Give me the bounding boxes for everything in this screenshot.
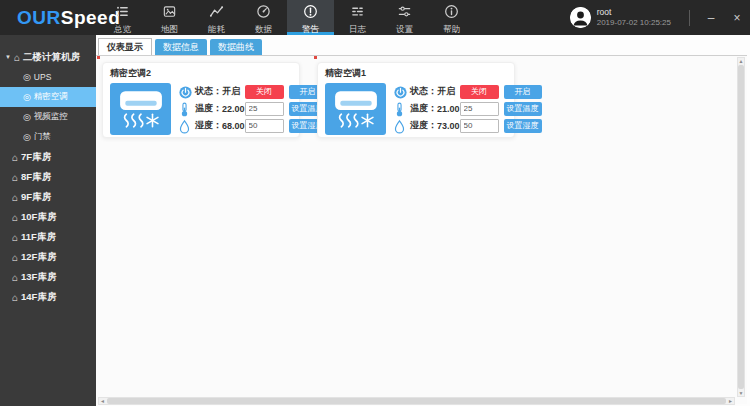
- droplet-icon: [179, 119, 191, 133]
- nav-item-alerts[interactable]: 警告: [287, 0, 334, 35]
- nav-label: 日志: [349, 25, 366, 34]
- map-image-icon: [162, 4, 177, 23]
- sidebar-item-label: 8F库房: [21, 171, 51, 184]
- temperature-input[interactable]: [460, 102, 499, 116]
- sidebar-item-12f[interactable]: ⌂ 12F库房: [0, 247, 96, 267]
- card-title: 精密空调2: [110, 67, 292, 80]
- set-temperature-button[interactable]: 设置温度: [504, 102, 542, 116]
- home-icon: ⌂: [12, 192, 18, 203]
- card-main: 状态： 开启 关闭 开启: [110, 83, 292, 135]
- nav-item-logs[interactable]: 日志: [334, 0, 381, 35]
- thermometer-icon: [179, 102, 191, 116]
- humidity-controls: 设置湿度: [245, 119, 327, 133]
- card-rows: 状态： 开启 关闭 开启: [386, 83, 542, 135]
- sidebar-item-14f[interactable]: ⌂ 14F库房: [0, 287, 96, 307]
- horizontal-scrollbar[interactable]: ◄ ►: [98, 397, 735, 405]
- tab-data-curve[interactable]: 数据曲线: [210, 39, 262, 55]
- horizontal-scrollbar-thumb[interactable]: [107, 398, 726, 404]
- app-logo: OURSpeed: [0, 0, 99, 35]
- gauge-icon: [256, 4, 271, 23]
- sidebar-item-label: 视频监控: [34, 111, 68, 123]
- nav-item-map[interactable]: 地图: [146, 0, 193, 35]
- main-nav: 总览 地图 能耗 数据: [99, 0, 475, 35]
- layout-marker-dot: [97, 56, 100, 59]
- turn-off-button[interactable]: 关闭: [460, 85, 499, 99]
- user-box[interactable]: root 2019-07-02 10:25:25: [570, 0, 681, 35]
- status-controls: 关闭 开启: [245, 85, 327, 99]
- humidity-controls: 设置湿度: [460, 119, 542, 133]
- nav-item-energy[interactable]: 能耗: [193, 0, 240, 35]
- sidebar-item-9f[interactable]: ⌂ 9F库房: [0, 187, 96, 207]
- nav-label: 帮助: [443, 25, 460, 34]
- sidebar-item-label: 精密空调: [34, 91, 68, 103]
- sidebar-item-7f[interactable]: ⌂ 7F库房: [0, 147, 96, 167]
- nav-label: 地图: [161, 25, 178, 34]
- vertical-scrollbar[interactable]: ▲ ▼: [737, 57, 745, 397]
- scroll-up-arrow-icon[interactable]: ▲: [738, 58, 744, 64]
- sidebar-item-access-control[interactable]: ◎ 门禁: [0, 127, 96, 147]
- nav-item-settings[interactable]: 设置: [381, 0, 428, 35]
- air-conditioner-icon: [325, 83, 386, 135]
- sidebar-item-13f[interactable]: ⌂ 13F库房: [0, 267, 96, 287]
- status-value: 开启: [437, 85, 455, 98]
- temperature-label: 温度：: [410, 102, 437, 115]
- vertical-scrollbar-thumb[interactable]: [738, 65, 744, 389]
- app-window: OURSpeed 总览 地图 能耗: [0, 0, 750, 406]
- home-icon: ⌂: [12, 272, 18, 283]
- nav-item-data[interactable]: 数据: [240, 0, 287, 35]
- home-icon: ⌂: [12, 252, 18, 263]
- air-conditioner-icon: [110, 83, 171, 135]
- humidity-input[interactable]: [460, 119, 499, 133]
- bullseye-icon: ◎: [23, 72, 31, 82]
- card-title: 精密空调1: [325, 67, 507, 80]
- tab-bar: 仪表显示 数据信息 数据曲线: [96, 35, 750, 55]
- sidebar-item-8f[interactable]: ⌂ 8F库房: [0, 167, 96, 187]
- nav-item-help[interactable]: 帮助: [428, 0, 475, 35]
- sidebar-item-computer-room[interactable]: ▼ ⌂ 二楼计算机房: [0, 47, 96, 67]
- tab-gauge-display[interactable]: 仪表显示: [98, 38, 152, 55]
- humidity-input[interactable]: [245, 119, 284, 133]
- sidebar-item-precision-ac[interactable]: ◎ 精密空调: [0, 87, 96, 107]
- line-chart-icon: [209, 4, 224, 23]
- tab-data-info[interactable]: 数据信息: [155, 39, 207, 55]
- turn-on-button[interactable]: 开启: [504, 85, 542, 99]
- scroll-right-arrow-icon[interactable]: ►: [727, 398, 734, 404]
- timestamp: 2019-07-02 10:25:25: [597, 18, 671, 28]
- sidebar-item-label: 7F库房: [21, 151, 51, 164]
- temperature-row: 温度： 22.00 设置温度: [179, 101, 327, 116]
- sidebar-item-10f[interactable]: ⌂ 10F库房: [0, 207, 96, 227]
- log-list-icon: [350, 4, 365, 23]
- user-avatar-icon: [570, 7, 591, 28]
- sidebar-item-label: UPS: [34, 72, 51, 82]
- card-main: 状态： 开启 关闭 开启: [325, 83, 507, 135]
- close-button[interactable]: ×: [724, 0, 750, 35]
- set-humidity-button[interactable]: 设置湿度: [504, 119, 542, 133]
- power-icon: [394, 85, 406, 99]
- sliders-icon: [397, 4, 412, 23]
- nav-label: 数据: [255, 25, 272, 34]
- sidebar-item-ups[interactable]: ◎ UPS: [0, 67, 96, 87]
- sidebar: ▼ ⌂ 二楼计算机房 ◎ UPS ◎ 精密空调 ◎ 视频监控 ◎ 门禁 ⌂: [0, 35, 96, 406]
- temperature-input[interactable]: [245, 102, 284, 116]
- humidity-row: 湿度： 68.00 设置湿度: [179, 118, 327, 133]
- turn-off-button[interactable]: 关闭: [245, 85, 284, 99]
- sidebar-item-label: 13F库房: [21, 271, 56, 284]
- sidebar-item-video-monitor[interactable]: ◎ 视频监控: [0, 107, 96, 127]
- user-info: root 2019-07-02 10:25:25: [597, 7, 671, 28]
- temperature-value: 22.00: [222, 104, 245, 114]
- status-value: 开启: [222, 85, 240, 98]
- bullseye-icon: ◎: [23, 132, 31, 142]
- home-icon: ⌂: [12, 292, 18, 303]
- sidebar-item-11f[interactable]: ⌂ 11F库房: [0, 227, 96, 247]
- scroll-left-arrow-icon[interactable]: ◄: [99, 398, 106, 404]
- sidebar-item-label: 12F库房: [21, 251, 56, 264]
- minimize-button[interactable]: –: [698, 0, 724, 35]
- home-icon: ⌂: [12, 232, 18, 243]
- app-body: ▼ ⌂ 二楼计算机房 ◎ UPS ◎ 精密空调 ◎ 视频监控 ◎ 门禁 ⌂: [0, 35, 750, 406]
- nav-item-overview[interactable]: 总览: [99, 0, 146, 35]
- humidity-row: 湿度： 73.00 设置湿度: [394, 118, 542, 133]
- home-icon: ⌂: [12, 172, 18, 183]
- scroll-down-arrow-icon[interactable]: ▼: [738, 390, 744, 396]
- ac-card: 精密空调1 状态： 开启: [317, 62, 515, 138]
- humidity-label: 湿度：: [195, 119, 222, 132]
